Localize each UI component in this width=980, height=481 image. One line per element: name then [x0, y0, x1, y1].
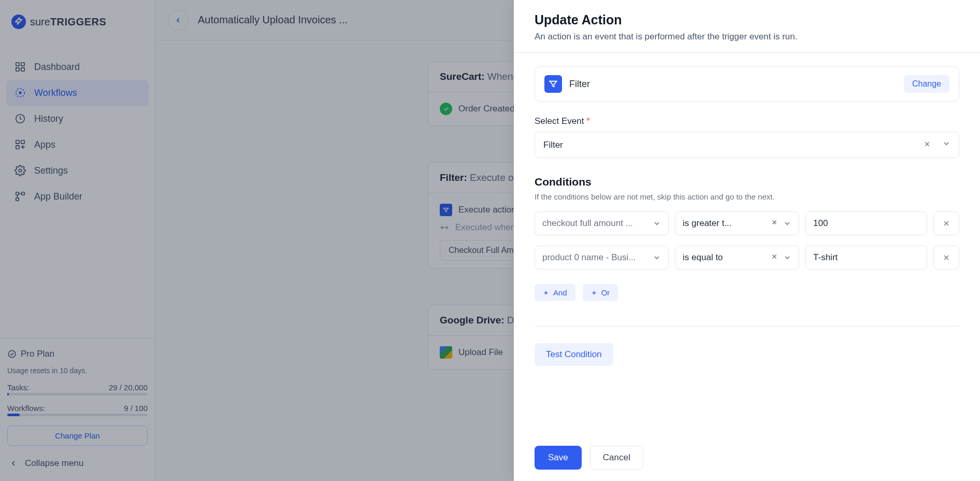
condition-row-2: product 0 name - Busi... is equal to — [535, 246, 959, 270]
chevron-down-icon — [653, 219, 661, 228]
cancel-button[interactable]: Cancel — [590, 446, 643, 470]
close-icon — [942, 219, 950, 228]
condition-value-input[interactable] — [805, 246, 927, 270]
clear-icon[interactable] — [766, 252, 783, 263]
action-type-label: Filter — [569, 79, 590, 90]
add-and-button[interactable]: And — [535, 284, 575, 301]
condition-field-select[interactable]: product 0 name - Busi... — [535, 246, 669, 270]
close-icon — [942, 253, 950, 262]
action-type-box: Filter Change — [535, 66, 959, 102]
condition-field-select[interactable]: checkout full amount ... — [535, 211, 669, 235]
conditions-heading: Conditions — [535, 176, 959, 188]
plus-icon — [543, 290, 549, 296]
update-action-panel: Update Action An action is an event that… — [514, 0, 980, 481]
chevron-down-icon — [653, 253, 661, 262]
remove-condition-button[interactable] — [933, 246, 959, 270]
clear-icon[interactable] — [918, 140, 936, 150]
condition-row-1: checkout full amount ... is greater t... — [535, 211, 959, 235]
divider — [535, 326, 959, 327]
condition-value-input[interactable] — [805, 211, 927, 235]
plus-icon — [591, 290, 597, 296]
filter-icon — [544, 75, 562, 93]
save-button[interactable]: Save — [535, 446, 582, 470]
chevron-down-icon — [783, 253, 791, 262]
select-event-label: Select Event * — [535, 116, 959, 126]
change-button[interactable]: Change — [904, 75, 949, 93]
chevron-down-icon — [783, 219, 791, 228]
test-condition-button[interactable]: Test Condition — [535, 343, 613, 366]
panel-title: Update Action — [535, 12, 959, 27]
panel-subtitle: An action is an event that is performed … — [535, 32, 959, 42]
select-event-dropdown[interactable]: Filter — [535, 132, 959, 158]
condition-operator-select[interactable]: is greater t... — [675, 211, 799, 235]
condition-operator-select[interactable]: is equal to — [675, 246, 799, 270]
chevron-down-icon[interactable] — [936, 139, 950, 150]
remove-condition-button[interactable] — [933, 211, 959, 235]
conditions-subtext: If the conditions below are not met, ski… — [535, 192, 959, 201]
add-or-button[interactable]: Or — [583, 284, 618, 301]
clear-icon[interactable] — [766, 218, 783, 229]
